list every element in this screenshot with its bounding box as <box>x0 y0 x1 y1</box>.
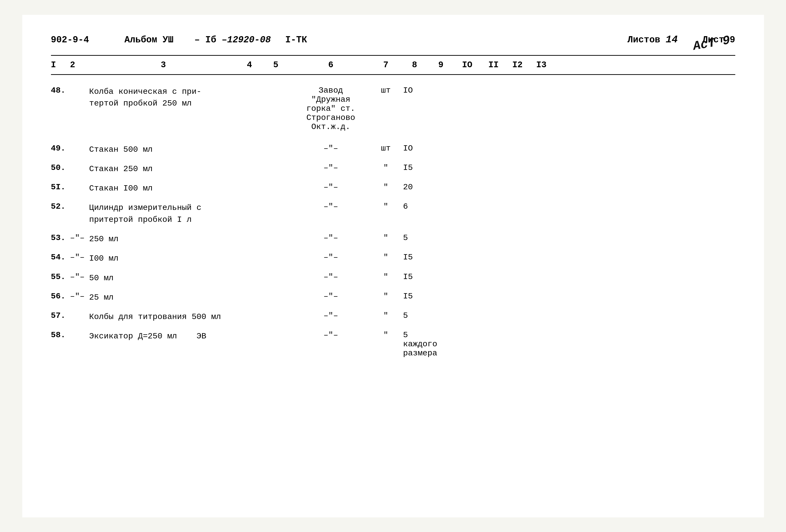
row-number: 53. <box>51 233 70 242</box>
header-num2: 12920-08 <box>227 35 280 45</box>
row-col2: –"– <box>70 253 89 262</box>
row-supplier: –"– <box>290 253 372 262</box>
row-unit: шт <box>372 144 400 153</box>
row-supplier: –"– <box>290 272 372 281</box>
row-supplier: –"– <box>290 292 372 301</box>
row-description: 25 мл <box>89 292 238 303</box>
table-row: 53.–"–250 мл–"–"5 <box>51 230 735 249</box>
row-quantity: IO <box>400 86 429 95</box>
col-header-11: II <box>482 60 506 70</box>
row-unit: " <box>372 311 400 320</box>
table-row: 5I.Стакан I00 мл–"–"20 <box>51 179 735 198</box>
column-headers: I 2 3 4 5 6 7 8 9 IO II I2 I3 <box>51 55 735 75</box>
row-unit: " <box>372 183 400 192</box>
col-header-5: 5 <box>261 60 290 70</box>
row-unit: " <box>372 292 400 301</box>
header-dash: – Iб – <box>194 35 227 45</box>
col-header-4: 4 <box>238 60 261 70</box>
doc-num: 902-9-4 <box>51 35 103 45</box>
header: 902-9-4 Альбом УШ – Iб – 12920-08 I-ТК Л… <box>51 34 735 45</box>
row-quantity: I5 <box>400 292 429 301</box>
header-listov: Листов 14 <box>611 34 678 45</box>
row-col2: –"– <box>70 272 89 281</box>
row-description: Колбы для титрования 500 мл <box>89 311 238 323</box>
row-description: Стакан I00 мл <box>89 183 238 194</box>
row-quantity: 5 <box>400 311 429 320</box>
row-quantity: 6 <box>400 202 429 211</box>
row-quantity: I5 <box>400 272 429 281</box>
col-header-13: I3 <box>530 60 553 70</box>
row-number: 50. <box>51 163 70 172</box>
table-row: 52.Цилиндр измерительный с притертой про… <box>51 198 735 230</box>
row-quantity: 5 каждого размера <box>400 330 429 358</box>
row-number: 58. <box>51 330 70 340</box>
row-number: 54. <box>51 253 70 262</box>
row-number: 56. <box>51 292 70 301</box>
col-header-6: 6 <box>290 60 372 70</box>
row-supplier: –"– <box>290 330 372 340</box>
table-row: 48.Колба коническая с при- тертой пробко… <box>51 82 735 135</box>
row-supplier: –"– <box>290 233 372 242</box>
row-unit: " <box>372 233 400 242</box>
row-supplier: –"– <box>290 202 372 211</box>
table-row: 54.–"–I00 мл–"–"I5 <box>51 249 735 268</box>
table-body: 48.Колба коническая с при- тертой пробко… <box>51 82 735 362</box>
row-unit: шт <box>372 86 400 95</box>
row-supplier: Завод "Дружная горка" ст. Строганово Окт… <box>290 86 372 131</box>
row-quantity: IO <box>400 144 429 153</box>
row-unit: " <box>372 253 400 262</box>
row-description: Стакан 250 мл <box>89 163 238 175</box>
row-quantity: 5 <box>400 233 429 242</box>
row-description: Эксикатор Д=250 мл ЭВ <box>89 330 238 342</box>
row-description: Стакан 500 мл <box>89 144 238 156</box>
table-row: 57.Колбы для титрования 500 мл–"–"5 <box>51 307 735 327</box>
row-number: 57. <box>51 311 70 320</box>
table-row: 58.Эксикатор Д=250 мл ЭВ–"–"5 каждого ра… <box>51 327 735 362</box>
table-row: 55.–"–50 мл–"–"I5 <box>51 269 735 288</box>
row-number: 52. <box>51 202 70 211</box>
header-code: I-ТК <box>280 35 318 45</box>
row-number: 48. <box>51 86 70 95</box>
col-header-1: I <box>51 60 70 70</box>
col-header-9: 9 <box>429 60 453 70</box>
row-quantity: 20 <box>400 183 429 192</box>
row-number: 49. <box>51 144 70 153</box>
table-row: 56.–"–25 мл–"–"I5 <box>51 288 735 307</box>
row-description: 250 мл <box>89 233 238 245</box>
table-row: 49.Стакан 500 мл–"–штIO <box>51 140 735 159</box>
row-supplier: –"– <box>290 311 372 320</box>
row-col2: –"– <box>70 292 89 301</box>
row-unit: " <box>372 163 400 172</box>
album: Альбом УШ <box>103 35 194 45</box>
row-description: Колба коническая с при- тертой пробкой 2… <box>89 86 238 110</box>
main-page: АсТ 9 902-9-4 Альбом УШ – Iб – 12920-08 … <box>22 15 764 517</box>
table-row: 50.Стакан 250 мл–"–"I5 <box>51 159 735 179</box>
row-description: Цилиндр измерительный с притертой пробко… <box>89 202 238 226</box>
row-quantity: I5 <box>400 163 429 172</box>
row-supplier: –"– <box>290 163 372 172</box>
col-header-10: IO <box>453 60 482 70</box>
col-header-8: 8 <box>400 60 429 70</box>
col-header-12: I2 <box>506 60 530 70</box>
row-description: I00 мл <box>89 253 238 264</box>
row-unit: " <box>372 202 400 211</box>
col-header-2: 2 <box>70 60 89 70</box>
row-quantity: I5 <box>400 253 429 262</box>
row-col2: –"– <box>70 233 89 242</box>
col-header-3: 3 <box>89 60 238 70</box>
row-supplier: –"– <box>290 144 372 153</box>
row-unit: " <box>372 272 400 281</box>
row-number: 55. <box>51 272 70 281</box>
col-header-7: 7 <box>372 60 400 70</box>
row-description: 50 мл <box>89 272 238 284</box>
row-number: 5I. <box>51 183 70 192</box>
row-supplier: –"– <box>290 183 372 192</box>
row-unit: " <box>372 330 400 340</box>
